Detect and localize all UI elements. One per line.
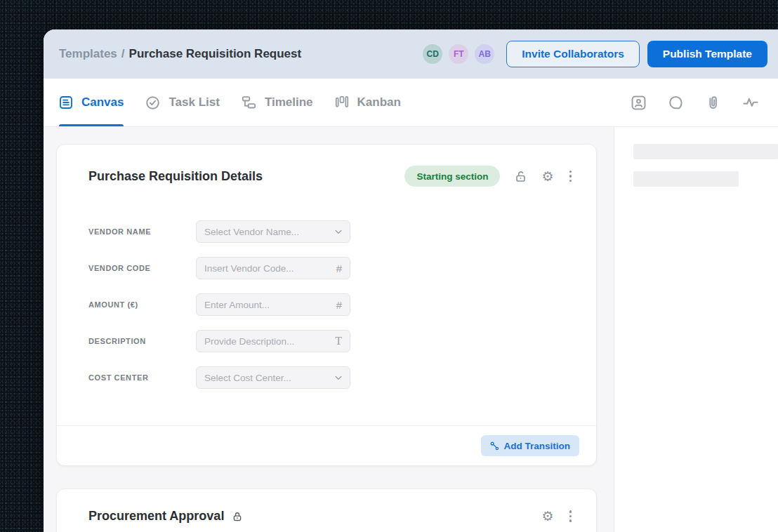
field-row-amount: AMOUNT (€) Enter Amount... # [88,293,596,316]
section-footer: Add Transition [57,425,596,465]
field-label: AMOUNT (€) [88,300,196,309]
number-icon: # [336,299,342,311]
content-area: Purchase Requisition Details Starting se… [44,127,778,532]
field-label: VENDOR NAME [88,227,196,236]
kebab-menu-icon[interactable] [568,509,574,524]
comment-icon[interactable] [668,95,684,111]
vendor-name-select[interactable]: Select Vendor Name... [196,220,350,243]
task-list-icon [145,95,160,110]
tab-timeline[interactable]: Timeline [242,79,313,126]
chevron-down-icon [335,375,342,380]
field-label: VENDOR CODE [88,264,196,272]
section-card-purchase-requisition-details: Purchase Requisition Details Starting se… [56,144,597,466]
contact-card-icon[interactable] [631,95,647,111]
tab-canvas[interactable]: Canvas [59,79,124,126]
cost-center-select[interactable]: Select Cost Center... [196,366,350,389]
amount-input[interactable]: Enter Amount... # [196,293,350,316]
section-title: Procurement Approval [88,509,224,524]
page-title: Purchase Requisition Request [129,47,302,60]
tab-timeline-label: Timeline [265,95,313,109]
description-input[interactable]: Provide Description... T [196,330,350,352]
side-panel [614,127,778,532]
skeleton-bar [633,144,778,159]
starting-section-badge: Starting section [404,166,500,187]
field-row-cost-center: COST CENTER Select Cost Center... [88,366,596,389]
section-title: Purchase Requisition Details [88,169,263,184]
utility-toolbar [631,94,759,111]
tab-kanban-label: Kanban [357,95,401,109]
breadcrumb: Templates/Purchase Requisition Request [59,47,301,61]
timeline-icon [242,95,256,110]
skeleton-bar [633,171,739,187]
field-row-description: DESCRIPTION Provide Description... T [88,330,596,352]
attachment-icon[interactable] [705,95,721,111]
gear-icon[interactable]: ⚙ [541,510,553,523]
field-row-vendor-name: VENDOR NAME Select Vendor Name... [88,220,596,243]
vendor-code-input[interactable]: Insert Vendor Code... # [196,257,350,279]
section-card-procurement-approval: Procurement Approval ⚙ [56,488,597,532]
field-label: COST CENTER [88,373,196,382]
section-form: VENDOR NAME Select Vendor Name... VENDOR… [57,187,596,389]
kebab-menu-icon[interactable] [568,169,574,184]
breadcrumb-separator: / [121,47,125,60]
tab-canvas-label: Canvas [81,95,124,109]
transition-icon [490,441,499,451]
activity-icon[interactable] [742,94,759,111]
tab-kanban[interactable]: Kanban [335,79,401,126]
unlock-icon[interactable] [514,170,527,183]
header-actions: CD FT AB Invite Collaborators Publish Te… [416,41,767,67]
app-header: Templates/Purchase Requisition Request C… [44,29,778,79]
workflow-canvas: Purchase Requisition Details Starting se… [44,127,614,532]
section-header: Procurement Approval ⚙ [57,489,596,524]
avatar-ft[interactable]: FT [449,44,468,64]
view-tab-bar: Canvas Task List Timeline [44,79,778,127]
avatar-ab[interactable]: AB [475,44,494,64]
gear-icon[interactable]: ⚙ [541,170,553,183]
breadcrumb-templates[interactable]: Templates [59,47,117,60]
number-icon: # [336,262,342,274]
field-row-vendor-code: VENDOR CODE Insert Vendor Code... # [88,257,596,279]
tab-task-list-label: Task List [169,95,219,109]
app-window: Templates/Purchase Requisition Request C… [44,29,778,532]
tab-task-list[interactable]: Task List [145,79,219,126]
field-label: DESCRIPTION [88,337,196,345]
section-header: Purchase Requisition Details Starting se… [57,145,596,187]
publish-template-button[interactable]: Publish Template [647,41,767,67]
lock-icon [232,511,243,522]
text-type-icon: T [335,335,342,347]
avatar-cd[interactable]: CD [423,44,442,64]
invite-collaborators-button[interactable]: Invite Collaborators [506,41,640,67]
add-transition-button[interactable]: Add Transition [481,435,580,456]
canvas-icon [59,95,73,109]
chevron-down-icon [335,230,342,234]
kanban-icon [335,95,349,109]
